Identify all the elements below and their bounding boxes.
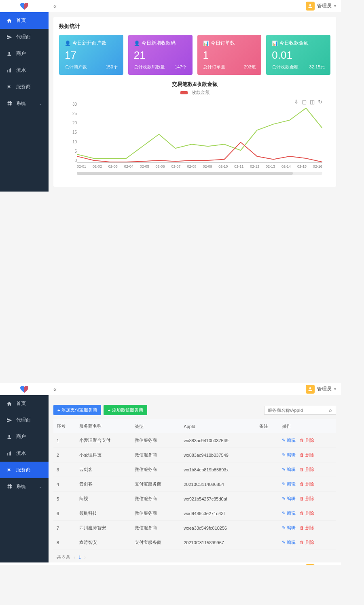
edit-link[interactable]: ✎ 编辑: [282, 540, 296, 545]
table-row: 6领航科技微信服务商wxd9489c3e271o43f✎ 编辑🗑 删除: [53, 506, 336, 521]
stat-title: 👤今日新增收款码: [134, 40, 187, 47]
column-header: 服务商名称: [76, 419, 131, 433]
collapse-sidebar-button[interactable]: «: [53, 3, 57, 9]
svg-rect-8: [10, 451, 11, 455]
user-dropdown[interactable]: 管理员 ▾: [306, 564, 336, 566]
sidebar-item-home[interactable]: 首页: [0, 12, 49, 29]
stat-title: 📊今日订单数: [203, 40, 256, 47]
x-axis: 02-0102-0202-0302-0402-0502-0602-0702-08…: [77, 164, 322, 168]
stat-sublabel: 总计商户数: [65, 64, 87, 70]
sidebar-item-label: 系统: [16, 483, 26, 490]
nav-menu: 首页代理商商户流水服务商系统⌄: [0, 395, 49, 495]
edit-link[interactable]: ✎ 编辑: [282, 452, 296, 457]
delete-link[interactable]: 🗑 删除: [300, 452, 314, 457]
sidebar-item-bars[interactable]: 流水: [0, 62, 49, 79]
sidebar-item-label: 服务商: [16, 467, 31, 473]
search-icon: ⌕: [329, 407, 332, 413]
chart-area: ⇩ ▢ ◫ ↻ 302520151050 02-0102-0202-0302-0…: [59, 99, 330, 172]
horizontal-scrollbar[interactable]: [77, 172, 322, 175]
sidebar-item-gear[interactable]: 系统⌄: [0, 478, 49, 495]
logo: [0, 383, 49, 395]
sidebar-item-label: 商户: [16, 50, 26, 57]
edit-link[interactable]: ✎ 编辑: [282, 511, 296, 516]
delete-link[interactable]: 🗑 删除: [300, 525, 314, 530]
x-tick: 02-16: [313, 164, 322, 168]
stat-icon: 📊: [272, 40, 278, 46]
flag-icon: [6, 467, 12, 473]
delete-link[interactable]: 🗑 删除: [300, 540, 314, 545]
delete-link[interactable]: 🗑 删除: [300, 511, 314, 516]
sidebar-item-label: 代理商: [16, 34, 31, 40]
stat-value: 21: [134, 49, 187, 62]
edit-link[interactable]: ✎ 编辑: [282, 525, 296, 530]
avatar-icon: [306, 385, 315, 394]
total-label: 共 8 条: [57, 554, 70, 560]
pagination: 共 8 条 ‹ 1 ›: [53, 550, 336, 562]
heart-logo-icon: [19, 384, 30, 394]
sidebar: 首页代理商商户流水服务商系统⌄: [0, 562, 49, 565]
chevron-down-icon: ▾: [334, 4, 336, 8]
topbar: « 管理员 ▾: [49, 562, 341, 565]
stat-title: 📊今日收款金额: [272, 40, 325, 47]
legend-swatch-icon: [180, 91, 188, 94]
page-number[interactable]: 1: [78, 555, 81, 560]
chart-plot[interactable]: [77, 102, 322, 163]
sidebar-item-home[interactable]: 首页: [0, 395, 49, 412]
chart-title: 交易笔数&收款金额: [59, 81, 330, 88]
y-tick: 5: [67, 149, 77, 153]
sidebar-item-user[interactable]: 商户: [0, 428, 49, 445]
collapse-sidebar-button[interactable]: «: [53, 565, 57, 566]
sidebar-item-user[interactable]: 商户: [0, 45, 49, 62]
chart-legend: 收款金额: [59, 89, 330, 96]
add-wechat-provider-button[interactable]: +添加微信服务商: [104, 405, 147, 415]
delete-link[interactable]: 🗑 删除: [300, 496, 314, 501]
sidebar-item-send[interactable]: 代理商: [0, 29, 49, 45]
sidebar-item-send[interactable]: 代理商: [0, 412, 49, 428]
column-header: 类型: [131, 419, 180, 433]
add-alipay-provider-button[interactable]: +添加支付宝服务商: [53, 405, 101, 415]
user-dropdown[interactable]: 管理员 ▾: [306, 2, 336, 11]
column-header: AppId: [180, 419, 256, 433]
edit-link[interactable]: ✎ 编辑: [282, 438, 296, 443]
sidebar-item-gear[interactable]: 系统⌄: [0, 95, 49, 112]
svg-point-0: [8, 52, 11, 54]
sidebar-item-flag[interactable]: 服务商: [0, 79, 49, 95]
x-tick: 02-01: [77, 164, 86, 168]
stat-subvalue: 293笔: [244, 64, 256, 70]
sidebar: 首页代理商商户流水服务商系统⌄: [0, 0, 49, 192]
search-wrap: ⌕: [264, 406, 336, 415]
plus-icon: +: [108, 408, 110, 413]
user-dropdown[interactable]: 管理员 ▾: [306, 385, 336, 394]
heart-logo-icon: [19, 564, 30, 565]
chevron-down-icon: ▾: [334, 387, 336, 391]
edit-link[interactable]: ✎ 编辑: [282, 481, 296, 486]
next-page[interactable]: ›: [84, 555, 86, 560]
stat-icon: 👤: [134, 40, 140, 46]
x-tick: 02-10: [218, 164, 228, 168]
sidebar-item-label: 代理商: [16, 417, 31, 424]
table-row: 2小爱理科技微信服务商wx883ac9410b037549✎ 编辑🗑 删除: [53, 448, 336, 462]
edit-link[interactable]: ✎ 编辑: [282, 467, 296, 472]
delete-link[interactable]: 🗑 删除: [300, 481, 314, 486]
y-tick: 15: [67, 130, 77, 134]
delete-link[interactable]: 🗑 删除: [300, 438, 314, 443]
delete-link[interactable]: 🗑 删除: [300, 467, 314, 472]
stat-cards-row: 👤今日新开商户数17总计商户数150个👤今日新增收款码21总计收款码数量147个…: [59, 35, 330, 75]
user-icon: [6, 51, 12, 57]
sidebar-item-flag[interactable]: 服务商: [0, 462, 49, 478]
bars-icon: [6, 451, 12, 456]
x-tick: 02-05: [140, 164, 149, 168]
avatar-icon: [306, 564, 315, 566]
svg-rect-3: [10, 68, 11, 72]
prev-page[interactable]: ‹: [74, 555, 75, 560]
sidebar-item-bars[interactable]: 流水: [0, 445, 49, 462]
search-input[interactable]: [264, 406, 325, 415]
edit-link[interactable]: ✎ 编辑: [282, 496, 296, 501]
stat-value: 17: [65, 49, 118, 62]
x-tick: 02-14: [281, 164, 291, 168]
collapse-sidebar-button[interactable]: «: [53, 386, 57, 392]
svg-point-5: [8, 435, 11, 437]
chevron-down-icon: ⌄: [39, 484, 42, 489]
search-button[interactable]: ⌕: [325, 406, 336, 415]
stat-title: 👤今日新开商户数: [65, 40, 118, 47]
